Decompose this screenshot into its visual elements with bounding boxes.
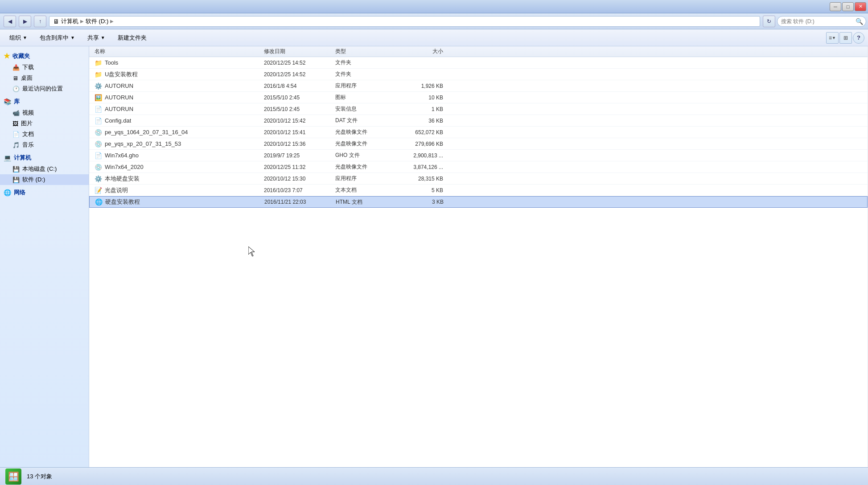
file-name: U盘安装教程 [105,70,138,78]
file-name: Tools [105,59,118,66]
file-size: 1,926 KB [391,83,445,89]
sidebar-library-header[interactable]: 📚 库 [0,96,89,107]
table-row[interactable]: 📝 光盘说明 2016/10/23 7:07 文本文档 5 KB [89,185,868,196]
table-row[interactable]: 📁 U盘安装教程 2020/12/25 14:52 文件夹 [89,69,868,80]
sidebar-item-local-c[interactable]: 💾 本地磁盘 (C:) [0,164,89,174]
table-row[interactable]: 🖼️ AUTORUN 2015/5/10 2:45 图标 10 KB [89,92,868,103]
file-list-header: 名称 修改日期 类型 大小 [89,46,868,57]
status-text: 13 个对象 [27,473,52,481]
share-label: 共享 [87,34,99,42]
sidebar-item-docs[interactable]: 📄 文档 [0,129,89,140]
file-name: pe_yqs_1064_20_07_31_16_04 [105,129,188,136]
file-date: 2016/11/21 22:03 [263,199,334,205]
sidebar-local-c-label: 本地磁盘 (C:) [22,165,57,173]
file-type: 安装信息 [333,105,391,113]
file-icon: 📄 [95,106,102,113]
view-toggle-button[interactable]: ≡ ▼ [826,32,839,44]
statusbar: 🪟 13 个对象 [0,467,868,485]
table-row[interactable]: 💿 Win7x64_2020 2020/12/25 11:32 光盘映像文件 3… [89,161,868,173]
sidebar-item-download[interactable]: 📥 下载 [0,62,89,73]
sidebar-network-header[interactable]: 🌐 网络 [0,187,89,198]
col-type-header[interactable]: 类型 [333,48,391,55]
file-icon: 📄 [95,117,102,124]
network-icon: 🌐 [4,189,11,196]
table-row[interactable]: 🌐 硬盘安装教程 2016/11/21 22:03 HTML 文档 3 KB [89,196,868,208]
file-date: 2020/10/12 15:36 [262,141,333,147]
sidebar-favorites-label: 收藏夹 [12,52,30,60]
view-icon: ≡ [829,35,832,41]
table-row[interactable]: 📄 Config.dat 2020/10/12 15:42 DAT 文件 36 … [89,115,868,127]
sidebar-item-soft-d[interactable]: 💾 软件 (D:) [0,174,89,185]
share-button[interactable]: 共享 ▼ [82,32,111,44]
breadcrumb-bar[interactable]: 🖥 计算机 ▶ 软件 (D:) ▶ [49,16,760,27]
details-view-button[interactable]: ⊞ [839,32,852,44]
col-size-header[interactable]: 大小 [391,48,445,55]
file-icon: 💿 [95,129,102,136]
file-size: 652,072 KB [391,129,445,136]
address-bar: ◀ ▶ ↑ 🖥 计算机 ▶ 软件 (D:) ▶ ↻ 🔍 [0,13,868,29]
file-size: 10 KB [391,95,445,101]
sidebar-item-picture[interactable]: 🖼 图片 [0,118,89,129]
organize-button[interactable]: 组织 ▼ [4,32,33,44]
sidebar-item-desktop[interactable]: 🖥 桌面 [0,73,89,83]
star-icon: ★ [4,52,10,60]
new-folder-label: 新建文件夹 [118,34,147,42]
archive-button[interactable]: 包含到库中 ▼ [34,32,81,44]
address-right: ↻ 🔍 [763,16,864,27]
help-button[interactable]: ? [853,32,864,44]
sidebar-picture-label: 图片 [21,119,33,127]
breadcrumb-drive[interactable]: 软件 (D:) [86,17,108,25]
table-row[interactable]: 📁 Tools 2020/12/25 14:52 文件夹 [89,57,868,69]
table-row[interactable]: 💿 pe_yqs_1064_20_07_31_16_04 2020/10/12 … [89,127,868,138]
file-name: AUTORUN [105,106,133,112]
sidebar-item-recent[interactable]: 🕐 最近访问的位置 [0,83,89,94]
file-type: 文件夹 [333,59,391,66]
file-size: 2,900,813 ... [391,152,445,159]
file-type: HTML 文档 [334,198,392,206]
main-layout: ★ 收藏夹 📥 下载 🖥 桌面 🕐 最近访问的位置 📚 库 [0,46,868,467]
desktop-icon: 🖥 [12,75,18,82]
new-folder-button[interactable]: 新建文件夹 [112,32,152,44]
search-button[interactable]: 🔍 [854,16,864,27]
sidebar-item-video[interactable]: 📹 视频 [0,107,89,118]
file-icon: 📝 [95,187,102,194]
search-input[interactable] [777,16,866,27]
close-button[interactable]: ✕ [855,2,866,11]
breadcrumb-computer[interactable]: 计算机 [61,17,78,25]
sidebar-computer-label: 计算机 [14,154,31,162]
file-name: pe_yqs_xp_20_07_31_15_53 [105,140,181,147]
computer-icon: 💻 [4,154,11,161]
breadcrumb-sep-2: ▶ [110,19,114,24]
minimize-button[interactable]: ─ [830,2,841,11]
sidebar-computer-header[interactable]: 💻 计算机 [0,152,89,164]
organize-label: 组织 [9,34,21,42]
maximize-button[interactable]: □ [842,2,854,11]
table-row[interactable]: 💿 pe_yqs_xp_20_07_31_15_53 2020/10/12 15… [89,138,868,150]
up-button[interactable]: ↑ [34,16,46,27]
table-row[interactable]: ⚙️ 本地硬盘安装 2020/10/12 15:30 应用程序 28,315 K… [89,173,868,185]
file-size: 5 KB [391,187,445,193]
col-date-header[interactable]: 修改日期 [262,48,333,55]
table-row[interactable]: ⚙️ AUTORUN 2016/1/8 4:54 应用程序 1,926 KB [89,80,868,92]
file-type: 光盘映像文件 [333,163,391,171]
sidebar-network-label: 网络 [14,189,25,197]
table-row[interactable]: 📄 Win7x64.gho 2019/9/7 19:25 GHO 文件 2,90… [89,150,868,161]
file-name: 光盘说明 [105,186,128,194]
file-date: 2019/9/7 19:25 [262,152,333,159]
file-type: 应用程序 [333,82,391,90]
refresh-button[interactable]: ↻ [763,16,775,27]
titlebar: ─ □ ✕ [0,0,868,13]
forward-button[interactable]: ▶ [19,16,31,27]
file-name: Win7x64_2020 [105,164,144,170]
sidebar-favorites-header[interactable]: ★ 收藏夹 [0,50,89,62]
sidebar-item-music[interactable]: 🎵 音乐 [0,140,89,150]
file-icon: 💿 [95,140,102,148]
video-icon: 📹 [12,110,20,116]
file-type: 光盘映像文件 [333,140,391,148]
table-row[interactable]: 📄 AUTORUN 2015/5/10 2:45 安装信息 1 KB [89,103,868,115]
file-date: 2020/10/12 15:41 [262,129,333,136]
col-name-header[interactable]: 名称 [93,48,262,55]
back-button[interactable]: ◀ [4,16,16,27]
file-date: 2016/10/23 7:07 [262,187,333,193]
file-type: 文件夹 [333,70,391,78]
